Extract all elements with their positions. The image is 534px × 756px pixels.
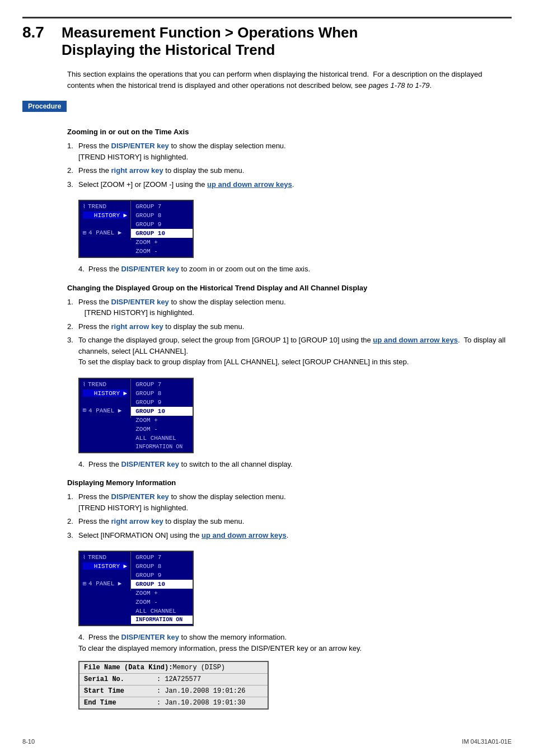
memory-menu-screenshot: ⌇ TREND HISTORY ▶ ⊞ 4 PANEL ▶ GROUP 7 GR… (78, 551, 194, 626)
group-steps: 1. Press the DISP/ENTER key to show the … (67, 297, 512, 368)
group-step1-key1: DISP/ENTER key (111, 298, 169, 306)
memory-menu-left-row-3 (83, 571, 127, 578)
memory-table-label-4: End Time (84, 699, 157, 707)
group-menu-right-row-6: ZOOM - (131, 425, 193, 434)
memory-info-table: File Name (Data Kind): Memory (DISP) Ser… (78, 661, 269, 710)
page-container: 8.7 Measurement Function > Operations Wh… (0, 0, 534, 756)
zoom-step4-key1: DISP/ENTER key (121, 265, 179, 273)
zoom-steps: 1. Press the DISP/ENTER key to show the … (67, 140, 512, 190)
group-menu-left-row-4: ⊞ 4 PANEL ▶ (83, 407, 127, 414)
memory-menu-right-row-3: GROUP 9 (131, 571, 193, 580)
zoom-menu-left-row-1: ⌇ TREND (83, 203, 127, 210)
group-step4: 4. Press the DISP/ENTER key to switch to… (78, 459, 512, 470)
memory-steps: 1. Press the DISP/ENTER key to show the … (67, 491, 512, 541)
memory-table-value-3: : Jan.10.2008 19:01:26 (157, 687, 245, 695)
group-step-3: 3. To change the displayed group, select… (67, 335, 512, 368)
section-title: Measurement Function > Operations WhenDi… (62, 24, 358, 59)
footer-doc-id: IM 04L31A01-01E (462, 738, 512, 745)
memory-table-value-1: Memory (DISP) (172, 664, 225, 672)
group-menu-right-row-2: GROUP 8 (131, 389, 193, 398)
subsection-group: Changing the Displayed Group on the Hist… (67, 284, 512, 470)
group-step4-key1: DISP/ENTER key (121, 460, 179, 468)
intro-text: This section explains the operations tha… (67, 69, 512, 91)
memory-table-row-1: File Name (Data Kind): Memory (DISP) (79, 662, 268, 674)
zoom-menu-right-row-4: GROUP 10 (131, 229, 193, 238)
zoom-menu-left: ⌇ TREND HISTORY ▶ ⊞ 4 PANEL ▶ (79, 201, 131, 240)
memory-step4: 4. Press the DISP/ENTER key to show the … (78, 632, 512, 654)
section-header: 8.7 Measurement Function > Operations Wh… (22, 17, 512, 59)
group-step-2: 2. Press the right arrow key to display … (67, 321, 512, 332)
zoom-menu-left-row-4: ⊞ 4 PANEL ▶ (83, 229, 127, 236)
memory-table-row-3: Start Time : Jan.10.2008 19:01:26 (79, 685, 268, 697)
page-footer: 8-10 IM 04L31A01-01E (22, 738, 512, 745)
group-menu-right: GROUP 7 GROUP 8 GROUP 9 GROUP 10 ZOOM + … (131, 379, 193, 452)
memory-menu-right: GROUP 7 GROUP 8 GROUP 9 GROUP 10 ZOOM + … (131, 552, 193, 625)
memory-step-2: 2. Press the right arrow key to display … (67, 516, 512, 527)
zoom-step-3: 3. Select [ZOOM +] or [ZOOM -] using the… (67, 179, 512, 190)
memory-menu-left: ⌇ TREND HISTORY ▶ ⊞ 4 PANEL ▶ (79, 552, 131, 591)
memory-menu-right-row-5: ZOOM + (131, 589, 193, 598)
subsection-group-title: Changing the Displayed Group on the Hist… (67, 284, 512, 292)
group-menu-right-row-7: ALL CHANNEL (131, 434, 193, 443)
memory-step2-key1: right arrow key (111, 517, 163, 525)
zoom-menu-right: GROUP 7 GROUP 8 GROUP 9 GROUP 10 ZOOM + … (131, 201, 193, 257)
memory-menu-right-row-1: GROUP 7 (131, 553, 193, 562)
group-step3-key1: up and down arrow keys (373, 336, 458, 344)
memory-menu-right-row-6: ZOOM - (131, 598, 193, 607)
section-number: 8.7 (22, 24, 62, 41)
subsection-memory-title: Displaying Memory Information (67, 478, 512, 487)
group-menu-right-row-4: GROUP 10 (131, 407, 193, 416)
memory-table-label-1: File Name (Data Kind): (84, 664, 172, 672)
procedure-badge: Procedure (22, 101, 67, 112)
group-menu-right-row-5: ZOOM + (131, 416, 193, 425)
zoom-menu-right-row-6: ZOOM - (131, 247, 193, 256)
subsection-zoom: Zooming in or out on the Time Axis 1. Pr… (67, 128, 512, 275)
memory-step1-key1: DISP/ENTER key (111, 492, 169, 501)
group-menu-left-row-1: ⌇ TREND (83, 381, 127, 388)
memory-table-value-4: : Jan.10.2008 19:01:30 (157, 699, 245, 707)
group-menu-left-row-3 (83, 398, 127, 405)
zoom-step2-key1: right arrow key (111, 166, 163, 175)
zoom-menu-screenshot: ⌇ TREND HISTORY ▶ ⊞ 4 PANEL ▶ GROUP 7 GR… (78, 200, 194, 258)
group-menu-right-row-1: GROUP 7 (131, 380, 193, 389)
memory-menu-right-row-7: ALL CHANNEL (131, 607, 193, 616)
zoom-step-2: 2. Press the right arrow key to display … (67, 165, 512, 176)
memory-menu-right-row-2: GROUP 8 (131, 562, 193, 571)
memory-table-value-2: : 12A725577 (157, 675, 201, 683)
zoom-step3-key1: up and down arrow keys (207, 180, 292, 189)
group-step-1: 1. Press the DISP/ENTER key to show the … (67, 297, 512, 318)
group-menu-screenshot: ⌇ TREND HISTORY ▶ ⊞ 4 PANEL ▶ GROUP 7 GR… (78, 378, 194, 453)
memory-table-label-2: Serial No. (84, 675, 157, 683)
footer-page-number: 8-10 (22, 738, 35, 745)
zoom-menu-right-row-1: GROUP 7 (131, 202, 193, 211)
content-area: Zooming in or out on the Time Axis 1. Pr… (67, 128, 512, 714)
zoom-step4: 4. Press the DISP/ENTER key to zoom in o… (78, 264, 512, 275)
group-menu-left: ⌇ TREND HISTORY ▶ ⊞ 4 PANEL ▶ (79, 379, 131, 418)
memory-menu-right-row-8: INFORMATION ON (131, 616, 193, 624)
subsection-zoom-title: Zooming in or out on the Time Axis (67, 128, 512, 136)
zoom-menu-left-row-3 (83, 220, 127, 227)
zoom-step1-key1: DISP/ENTER key (111, 142, 169, 150)
group-step2-key1: right arrow key (111, 322, 163, 331)
zoom-menu-left-row-2: HISTORY ▶ (83, 212, 127, 219)
memory-menu-left-row-1: ⌇ TREND (83, 554, 127, 561)
memory-table-row-2: Serial No. : 12A725577 (79, 674, 268, 685)
zoom-menu-right-row-2: GROUP 8 (131, 211, 193, 220)
memory-menu-right-row-4: GROUP 10 (131, 580, 193, 589)
subsection-memory: Displaying Memory Information 1. Press t… (67, 478, 512, 714)
memory-step-1: 1. Press the DISP/ENTER key to show the … (67, 491, 512, 513)
group-menu-left-row-2: HISTORY ▶ (83, 389, 127, 397)
zoom-menu-right-row-5: ZOOM + (131, 238, 193, 247)
group-menu-right-row-8: INFORMATION ON (131, 443, 193, 451)
memory-table-label-3: Start Time (84, 687, 157, 695)
memory-menu-left-row-4: ⊞ 4 PANEL ▶ (83, 580, 127, 587)
memory-menu-left-row-2: HISTORY ▶ (83, 562, 127, 570)
memory-step4-key1: DISP/ENTER key (121, 633, 179, 641)
group-menu-right-row-3: GROUP 9 (131, 398, 193, 407)
memory-table-row-4: End Time : Jan.10.2008 19:01:30 (79, 697, 268, 708)
zoom-step-1: 1. Press the DISP/ENTER key to show the … (67, 140, 512, 162)
memory-step-3: 3. Select [INFORMATION ON] using the up … (67, 530, 512, 541)
zoom-menu-right-row-3: GROUP 9 (131, 220, 193, 229)
memory-step3-key1: up and down arrow keys (202, 531, 287, 539)
